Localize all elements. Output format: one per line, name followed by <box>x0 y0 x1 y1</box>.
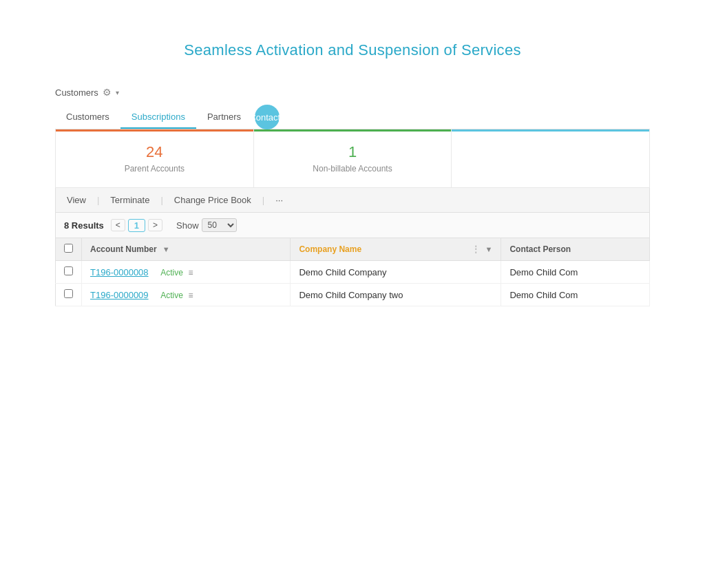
tab-subscriptions[interactable]: Subscriptions <box>120 106 196 129</box>
table-row: T196-0000008 Active ≡ Demo Child Company… <box>56 261 650 284</box>
row-company-name-cell: Demo Child Company two <box>291 284 501 306</box>
account-number-filter-icon[interactable]: ▼ <box>162 245 170 253</box>
toolbar-change-price-book-btn[interactable]: Change Price Book <box>171 193 254 207</box>
tab-customers[interactable]: Customers <box>55 106 120 129</box>
dropdown-icon[interactable]: ▾ <box>116 89 119 96</box>
row-checkbox-cell <box>56 284 82 306</box>
stat-bar-blue <box>452 129 649 132</box>
th-checkbox <box>56 238 82 261</box>
row-checkbox-cell <box>56 261 82 284</box>
results-row: 8 Results < 1 > Show 50 25 100 <box>55 213 650 238</box>
toolbar-view-btn[interactable]: View <box>64 193 89 207</box>
select-all-checkbox[interactable] <box>64 244 73 253</box>
stat-bar-green <box>254 129 452 132</box>
pagination-current: 1 <box>128 219 145 232</box>
table-row: T196-0000009 Active ≡ Demo Child Company… <box>56 284 650 306</box>
gear-icon[interactable]: ⚙ <box>103 87 112 98</box>
row-menu-icon-0[interactable]: ≡ <box>189 268 193 277</box>
toolbar-sep3: | <box>262 195 264 205</box>
stat-bar-orange <box>56 129 253 132</box>
company-name-col-sep: ⋮ <box>472 244 480 254</box>
table-header-row: Account Number ▼ Company Name ⋮ ▼ Contac… <box>56 238 650 261</box>
row-checkbox-1[interactable] <box>64 289 73 298</box>
pagination: < 1 > <box>111 219 162 232</box>
row-account-number-cell: T196-0000008 Active ≡ <box>82 261 291 284</box>
th-account-number: Account Number ▼ <box>82 238 291 261</box>
stat-label-nonbillable: Non-billable Accounts <box>271 164 435 174</box>
toolbar-terminate-btn[interactable]: Terminate <box>107 193 152 207</box>
tabs-row: Customers Subscriptions Partners Contact… <box>55 105 650 129</box>
th-company-name: Company Name ⋮ ▼ <box>291 238 501 261</box>
toolbar-more-btn[interactable]: ··· <box>273 193 286 207</box>
data-table: Account Number ▼ Company Name ⋮ ▼ Contac… <box>55 238 650 306</box>
stat-label-parent: Parent Accounts <box>72 164 237 174</box>
row-menu-icon-1[interactable]: ≡ <box>189 291 193 300</box>
tab-contacts[interactable]: Contacts <box>255 105 280 129</box>
toolbar: View | Terminate | Change Price Book | ·… <box>55 188 650 213</box>
th-account-number-label: Account Number <box>90 244 157 254</box>
toolbar-sep1: | <box>97 195 99 205</box>
stat-number-parent: 24 <box>72 143 237 161</box>
contact-person-0: Demo Child Com <box>509 267 578 277</box>
tab-partners[interactable]: Partners <box>196 106 252 129</box>
show-select-dropdown[interactable]: 50 25 100 <box>202 218 237 232</box>
th-contact-person: Contact Person <box>501 238 650 261</box>
status-badge-1: Active <box>160 291 183 300</box>
th-company-name-label: Company Name <box>299 244 361 254</box>
stats-row: 24 Parent Accounts 1 Non-billable Accoun… <box>55 129 650 188</box>
row-contact-person-cell: Demo Child Com <box>501 284 650 306</box>
company-name-filter-icon[interactable]: ▼ <box>485 245 493 253</box>
breadcrumb: Customers ⚙ ▾ <box>55 87 650 98</box>
page-title: Seamless Activation and Suspension of Se… <box>55 41 650 59</box>
stat-third[interactable] <box>452 129 649 187</box>
show-select: Show 50 25 100 <box>176 218 237 232</box>
toolbar-sep2: | <box>160 195 162 205</box>
show-label: Show <box>176 220 199 231</box>
company-name-0: Demo Child Company <box>299 267 386 277</box>
stat-nonbillable-accounts[interactable]: 1 Non-billable Accounts <box>254 129 452 187</box>
pagination-next-btn[interactable]: > <box>148 219 162 231</box>
account-number-link-0[interactable]: T196-0000008 <box>90 267 149 277</box>
row-checkbox-0[interactable] <box>64 266 73 275</box>
stat-number-nonbillable: 1 <box>271 143 435 161</box>
row-account-number-cell: T196-0000009 Active ≡ <box>82 284 291 306</box>
row-contact-person-cell: Demo Child Com <box>501 261 650 284</box>
status-badge-0: Active <box>160 268 183 277</box>
pagination-prev-btn[interactable]: < <box>111 219 125 231</box>
row-company-name-cell: Demo Child Company <box>291 261 501 284</box>
contact-person-1: Demo Child Com <box>509 290 578 300</box>
account-number-link-1[interactable]: T196-0000009 <box>90 290 149 300</box>
page-wrapper: Seamless Activation and Suspension of Se… <box>0 0 705 588</box>
stat-parent-accounts[interactable]: 24 Parent Accounts <box>56 129 254 187</box>
company-name-1: Demo Child Company two <box>299 290 403 300</box>
th-contact-person-label: Contact Person <box>509 244 571 254</box>
results-count: 8 Results <box>64 220 104 231</box>
breadcrumb-label: Customers <box>55 87 98 98</box>
